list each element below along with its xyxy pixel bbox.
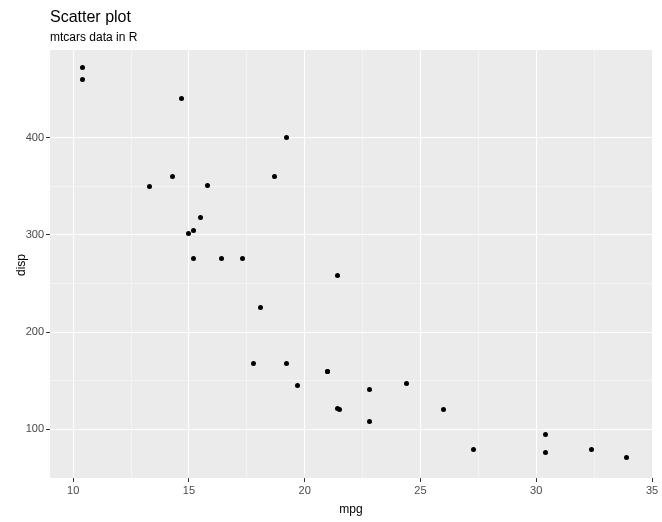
grid-minor-v	[131, 50, 132, 478]
data-point	[205, 183, 210, 188]
grid-minor-h	[50, 380, 652, 381]
x-tick-label: 15	[179, 484, 199, 496]
grid-minor-v	[246, 50, 247, 478]
grid-major-v	[304, 50, 305, 478]
data-point	[147, 184, 152, 189]
grid-minor-v	[594, 50, 595, 478]
plot-panel	[50, 50, 652, 478]
x-tick	[73, 478, 74, 482]
x-tick-label: 20	[295, 484, 315, 496]
x-tick	[304, 478, 305, 482]
data-point	[198, 215, 203, 220]
x-tick	[188, 478, 189, 482]
data-point	[284, 135, 289, 140]
grid-major-v	[188, 50, 189, 478]
scatter-chart: Scatter plot mtcars data in R disp mpg 1…	[0, 0, 662, 522]
data-point	[272, 174, 277, 179]
x-tick-label: 25	[410, 484, 430, 496]
x-tick	[652, 478, 653, 482]
grid-major-v	[652, 50, 653, 478]
x-tick	[420, 478, 421, 482]
y-tick	[46, 429, 50, 430]
data-point	[325, 369, 330, 374]
grid-major-h	[50, 429, 652, 430]
y-tick-label: 200	[26, 325, 44, 337]
y-tick	[46, 137, 50, 138]
grid-major-v	[420, 50, 421, 478]
data-point	[367, 387, 372, 392]
grid-minor-v	[478, 50, 479, 478]
grid-major-v	[536, 50, 537, 478]
y-tick-label: 300	[26, 228, 44, 240]
data-point	[240, 256, 245, 261]
x-tick-label: 10	[63, 484, 83, 496]
grid-major-v	[73, 50, 74, 478]
data-point	[219, 256, 224, 261]
data-point	[543, 432, 548, 437]
grid-major-h	[50, 332, 652, 333]
y-tick-label: 100	[26, 422, 44, 434]
x-axis-title: mpg	[331, 502, 371, 516]
x-tick-label: 30	[526, 484, 546, 496]
chart-subtitle: mtcars data in R	[50, 30, 137, 44]
chart-title: Scatter plot	[50, 8, 131, 26]
y-tick-label: 400	[26, 131, 44, 143]
grid-minor-h	[50, 186, 652, 187]
grid-minor-v	[362, 50, 363, 478]
x-tick-label: 35	[642, 484, 662, 496]
y-tick	[46, 234, 50, 235]
y-tick	[46, 332, 50, 333]
x-tick	[536, 478, 537, 482]
data-point	[335, 273, 340, 278]
data-point	[284, 361, 289, 366]
data-point	[80, 77, 85, 82]
data-point	[191, 256, 196, 261]
grid-major-h	[50, 137, 652, 138]
grid-minor-h	[50, 283, 652, 284]
y-axis-title: disp	[14, 254, 28, 276]
data-point	[251, 361, 256, 366]
grid-major-h	[50, 234, 652, 235]
data-point	[80, 65, 85, 70]
